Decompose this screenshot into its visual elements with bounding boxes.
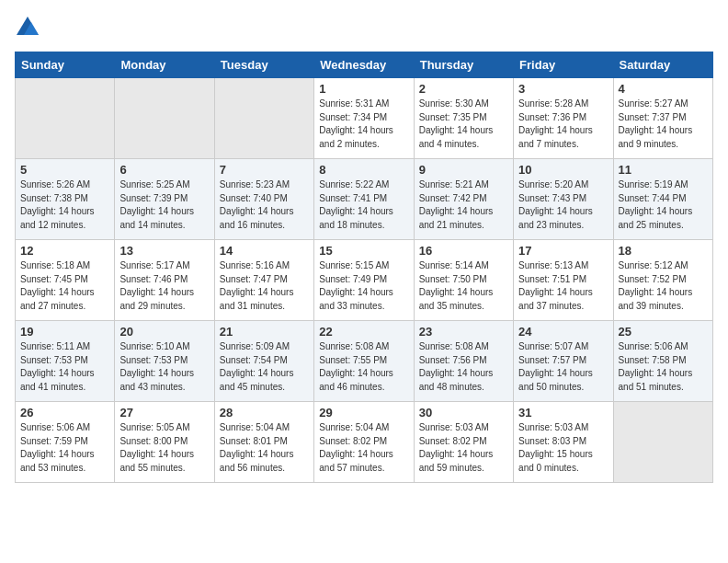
calendar-cell: 7Sunrise: 5:23 AMSunset: 7:40 PMDaylight… (214, 159, 313, 240)
calendar-cell: 3Sunrise: 5:28 AMSunset: 7:36 PMDaylight… (514, 78, 613, 159)
day-number: 5 (20, 163, 109, 177)
day-number: 16 (419, 244, 508, 258)
day-number: 13 (119, 244, 209, 258)
cell-content: Sunrise: 5:08 AMSunset: 7:55 PMDaylight:… (319, 340, 408, 394)
cell-content: Sunrise: 5:17 AMSunset: 7:46 PMDaylight:… (119, 259, 209, 313)
cell-content: Sunrise: 5:27 AMSunset: 7:37 PMDaylight:… (619, 98, 708, 151)
page-header (15, 15, 713, 40)
cell-content: Sunrise: 5:21 AMSunset: 7:42 PMDaylight:… (419, 178, 508, 232)
cell-content: Sunrise: 5:18 AMSunset: 7:45 PMDaylight:… (20, 259, 109, 313)
calendar-week-2: 5Sunrise: 5:26 AMSunset: 7:38 PMDaylight… (16, 159, 713, 240)
day-number: 10 (518, 163, 608, 177)
cell-content: Sunrise: 5:06 AMSunset: 7:58 PMDaylight:… (619, 340, 708, 394)
day-number: 12 (20, 244, 109, 258)
calendar-week-3: 12Sunrise: 5:18 AMSunset: 7:45 PMDayligh… (16, 240, 713, 321)
day-number: 7 (220, 163, 309, 177)
calendar-cell: 9Sunrise: 5:21 AMSunset: 7:42 PMDaylight… (414, 159, 513, 240)
calendar-cell: 20Sunrise: 5:10 AMSunset: 7:53 PMDayligh… (115, 321, 214, 402)
day-number: 29 (319, 406, 408, 419)
day-number: 19 (20, 325, 109, 339)
cell-content: Sunrise: 5:07 AMSunset: 7:57 PMDaylight:… (518, 340, 608, 394)
calendar-cell: 26Sunrise: 5:06 AMSunset: 7:59 PMDayligh… (16, 402, 115, 483)
calendar-cell: 17Sunrise: 5:13 AMSunset: 7:51 PMDayligh… (514, 240, 613, 321)
header-row: SundayMondayTuesdayWednesdayThursdayFrid… (16, 52, 713, 78)
calendar-cell: 23Sunrise: 5:08 AMSunset: 7:56 PMDayligh… (414, 321, 513, 402)
day-number: 1 (319, 82, 408, 96)
day-number: 21 (220, 325, 309, 339)
calendar-week-5: 26Sunrise: 5:06 AMSunset: 7:59 PMDayligh… (16, 402, 713, 483)
cell-content: Sunrise: 5:25 AMSunset: 7:39 PMDaylight:… (119, 178, 209, 232)
calendar-cell: 6Sunrise: 5:25 AMSunset: 7:39 PMDaylight… (115, 159, 214, 240)
calendar-header: SundayMondayTuesdayWednesdayThursdayFrid… (16, 52, 713, 78)
cell-content: Sunrise: 5:14 AMSunset: 7:50 PMDaylight:… (419, 259, 508, 313)
cell-content: Sunrise: 5:19 AMSunset: 7:44 PMDaylight:… (619, 178, 708, 232)
day-number: 30 (419, 406, 508, 419)
calendar-cell: 25Sunrise: 5:06 AMSunset: 7:58 PMDayligh… (613, 321, 712, 402)
calendar-cell: 13Sunrise: 5:17 AMSunset: 7:46 PMDayligh… (115, 240, 214, 321)
cell-content: Sunrise: 5:12 AMSunset: 7:52 PMDaylight:… (619, 259, 708, 313)
calendar-cell: 24Sunrise: 5:07 AMSunset: 7:57 PMDayligh… (514, 321, 613, 402)
calendar-cell: 27Sunrise: 5:05 AMSunset: 8:00 PMDayligh… (115, 402, 214, 483)
day-header-wednesday: Wednesday (314, 52, 414, 78)
day-header-friday: Friday (514, 52, 613, 78)
day-number: 15 (319, 244, 408, 258)
calendar-cell (16, 78, 115, 159)
calendar-cell: 19Sunrise: 5:11 AMSunset: 7:53 PMDayligh… (16, 321, 115, 402)
day-number: 18 (619, 244, 708, 258)
day-header-saturday: Saturday (613, 52, 712, 78)
cell-content: Sunrise: 5:31 AMSunset: 7:34 PMDaylight:… (319, 98, 408, 151)
calendar-cell: 15Sunrise: 5:15 AMSunset: 7:49 PMDayligh… (314, 240, 414, 321)
calendar-table: SundayMondayTuesdayWednesdayThursdayFrid… (15, 52, 713, 483)
calendar-cell (115, 78, 214, 159)
calendar-body: 1Sunrise: 5:31 AMSunset: 7:34 PMDaylight… (16, 78, 713, 483)
day-number: 22 (319, 325, 408, 339)
calendar-cell: 8Sunrise: 5:22 AMSunset: 7:41 PMDaylight… (314, 159, 414, 240)
day-number: 25 (619, 325, 708, 339)
day-header-tuesday: Tuesday (214, 52, 313, 78)
cell-content: Sunrise: 5:23 AMSunset: 7:40 PMDaylight:… (220, 178, 309, 232)
cell-content: Sunrise: 5:22 AMSunset: 7:41 PMDaylight:… (319, 178, 408, 232)
cell-content: Sunrise: 5:03 AMSunset: 8:02 PMDaylight:… (419, 421, 508, 475)
calendar-week-4: 19Sunrise: 5:11 AMSunset: 7:53 PMDayligh… (16, 321, 713, 402)
calendar-cell: 29Sunrise: 5:04 AMSunset: 8:02 PMDayligh… (314, 402, 414, 483)
day-header-monday: Monday (115, 52, 214, 78)
logo (15, 15, 44, 40)
cell-content: Sunrise: 5:16 AMSunset: 7:47 PMDaylight:… (220, 259, 309, 313)
day-number: 11 (619, 163, 708, 177)
calendar-cell: 5Sunrise: 5:26 AMSunset: 7:38 PMDaylight… (16, 159, 115, 240)
cell-content: Sunrise: 5:28 AMSunset: 7:36 PMDaylight:… (518, 98, 608, 151)
calendar-cell: 30Sunrise: 5:03 AMSunset: 8:02 PMDayligh… (414, 402, 513, 483)
day-number: 17 (518, 244, 608, 258)
day-number: 20 (119, 325, 209, 339)
day-number: 8 (319, 163, 408, 177)
day-number: 3 (518, 82, 608, 96)
day-number: 26 (20, 406, 109, 419)
calendar-cell: 10Sunrise: 5:20 AMSunset: 7:43 PMDayligh… (514, 159, 613, 240)
calendar-cell: 4Sunrise: 5:27 AMSunset: 7:37 PMDaylight… (613, 78, 712, 159)
calendar-cell (214, 78, 313, 159)
day-number: 27 (119, 406, 209, 419)
cell-content: Sunrise: 5:20 AMSunset: 7:43 PMDaylight:… (518, 178, 608, 232)
calendar-cell: 11Sunrise: 5:19 AMSunset: 7:44 PMDayligh… (613, 159, 712, 240)
calendar-cell: 18Sunrise: 5:12 AMSunset: 7:52 PMDayligh… (613, 240, 712, 321)
cell-content: Sunrise: 5:03 AMSunset: 8:03 PMDaylight:… (518, 421, 608, 475)
cell-content: Sunrise: 5:05 AMSunset: 8:00 PMDaylight:… (119, 421, 209, 475)
cell-content: Sunrise: 5:30 AMSunset: 7:35 PMDaylight:… (419, 98, 508, 151)
cell-content: Sunrise: 5:04 AMSunset: 8:01 PMDaylight:… (220, 421, 309, 475)
calendar-cell: 22Sunrise: 5:08 AMSunset: 7:55 PMDayligh… (314, 321, 414, 402)
calendar-week-1: 1Sunrise: 5:31 AMSunset: 7:34 PMDaylight… (16, 78, 713, 159)
day-number: 9 (419, 163, 508, 177)
day-number: 6 (119, 163, 209, 177)
day-number: 14 (220, 244, 309, 258)
calendar-cell: 16Sunrise: 5:14 AMSunset: 7:50 PMDayligh… (414, 240, 513, 321)
calendar-cell: 31Sunrise: 5:03 AMSunset: 8:03 PMDayligh… (514, 402, 613, 483)
cell-content: Sunrise: 5:09 AMSunset: 7:54 PMDaylight:… (220, 340, 309, 394)
calendar-cell: 14Sunrise: 5:16 AMSunset: 7:47 PMDayligh… (214, 240, 313, 321)
calendar-cell: 2Sunrise: 5:30 AMSunset: 7:35 PMDaylight… (414, 78, 513, 159)
cell-content: Sunrise: 5:13 AMSunset: 7:51 PMDaylight:… (518, 259, 608, 313)
day-number: 31 (518, 406, 608, 419)
calendar-cell: 28Sunrise: 5:04 AMSunset: 8:01 PMDayligh… (214, 402, 313, 483)
cell-content: Sunrise: 5:06 AMSunset: 7:59 PMDaylight:… (20, 421, 109, 475)
calendar-cell: 12Sunrise: 5:18 AMSunset: 7:45 PMDayligh… (16, 240, 115, 321)
calendar-cell: 21Sunrise: 5:09 AMSunset: 7:54 PMDayligh… (214, 321, 313, 402)
